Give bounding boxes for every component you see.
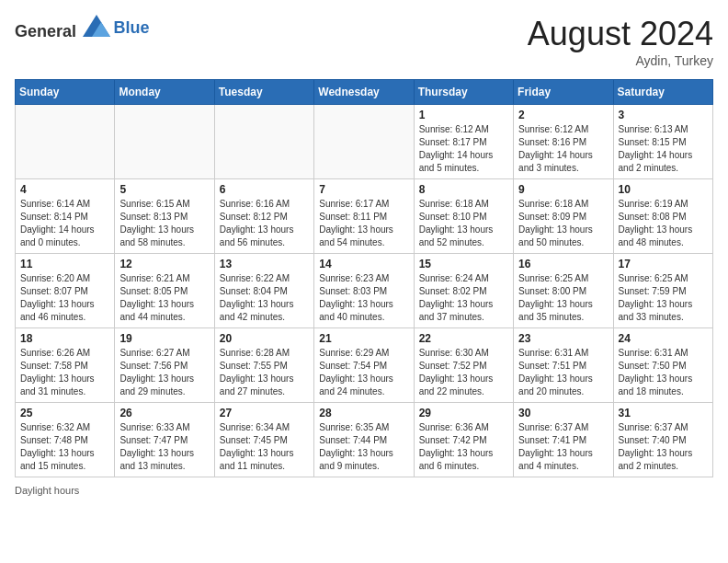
day-info: Sunrise: 6:16 AM Sunset: 8:12 PM Dayligh…	[220, 198, 309, 249]
day-number: 29	[419, 407, 508, 419]
table-row: 16Sunrise: 6:25 AM Sunset: 8:00 PM Dayli…	[514, 254, 613, 328]
table-row: 13Sunrise: 6:22 AM Sunset: 8:04 PM Dayli…	[214, 254, 313, 328]
day-info: Sunrise: 6:15 AM Sunset: 8:13 PM Dayligh…	[119, 198, 209, 249]
day-info: Sunrise: 6:33 AM Sunset: 7:47 PM Dayligh…	[119, 421, 209, 473]
day-number: 10	[619, 183, 708, 196]
table-row: 26Sunrise: 6:33 AM Sunset: 7:47 PM Dayli…	[115, 403, 214, 477]
day-number: 25	[20, 407, 109, 419]
day-info: Sunrise: 6:22 AM Sunset: 8:04 PM Dayligh…	[220, 272, 309, 324]
header-tuesday: Tuesday	[214, 80, 313, 105]
day-number: 28	[319, 407, 408, 419]
calendar-week-row: 18Sunrise: 6:26 AM Sunset: 7:58 PM Dayli…	[16, 328, 713, 403]
table-row: 6Sunrise: 6:16 AM Sunset: 8:12 PM Daylig…	[214, 179, 313, 254]
day-number: 18	[20, 332, 109, 345]
calendar-week-row: 1Sunrise: 6:12 AM Sunset: 8:17 PM Daylig…	[16, 105, 713, 179]
day-info: Sunrise: 6:19 AM Sunset: 8:08 PM Dayligh…	[619, 198, 708, 249]
day-info: Sunrise: 6:29 AM Sunset: 7:54 PM Dayligh…	[319, 347, 408, 398]
table-row: 15Sunrise: 6:24 AM Sunset: 8:02 PM Dayli…	[414, 254, 513, 328]
table-row: 17Sunrise: 6:25 AM Sunset: 7:59 PM Dayli…	[613, 254, 712, 328]
table-row: 1Sunrise: 6:12 AM Sunset: 8:17 PM Daylig…	[414, 105, 513, 179]
table-row: 7Sunrise: 6:17 AM Sunset: 8:11 PM Daylig…	[314, 179, 414, 254]
day-info: Sunrise: 6:30 AM Sunset: 7:52 PM Dayligh…	[419, 347, 508, 398]
daylight-label: Daylight hours	[15, 485, 79, 496]
day-number: 1	[419, 109, 508, 121]
table-row: 19Sunrise: 6:27 AM Sunset: 7:56 PM Dayli…	[115, 328, 214, 403]
day-info: Sunrise: 6:31 AM Sunset: 7:51 PM Dayligh…	[518, 347, 608, 398]
day-number: 17	[619, 258, 708, 270]
table-row: 14Sunrise: 6:23 AM Sunset: 8:03 PM Dayli…	[314, 254, 414, 328]
day-number: 16	[518, 258, 608, 270]
logo-general: General	[15, 22, 76, 40]
day-number: 24	[619, 332, 708, 345]
table-row: 2Sunrise: 6:12 AM Sunset: 8:16 PM Daylig…	[514, 105, 613, 179]
table-row: 3Sunrise: 6:13 AM Sunset: 8:15 PM Daylig…	[613, 105, 712, 179]
table-row: 18Sunrise: 6:26 AM Sunset: 7:58 PM Dayli…	[16, 328, 115, 403]
table-row: 28Sunrise: 6:35 AM Sunset: 7:44 PM Dayli…	[314, 403, 414, 477]
table-row: 21Sunrise: 6:29 AM Sunset: 7:54 PM Dayli…	[314, 328, 414, 403]
day-info: Sunrise: 6:37 AM Sunset: 7:41 PM Dayligh…	[518, 421, 608, 473]
footer: Daylight hours	[15, 485, 713, 496]
table-row	[214, 105, 313, 179]
day-info: Sunrise: 6:18 AM Sunset: 8:10 PM Dayligh…	[419, 198, 508, 249]
day-info: Sunrise: 6:28 AM Sunset: 7:55 PM Dayligh…	[220, 347, 309, 398]
day-info: Sunrise: 6:18 AM Sunset: 8:09 PM Dayligh…	[518, 198, 608, 249]
day-number: 14	[319, 258, 408, 270]
header-friday: Friday	[514, 80, 613, 105]
logo-blue: Blue	[114, 18, 150, 37]
day-info: Sunrise: 6:23 AM Sunset: 8:03 PM Dayligh…	[319, 272, 408, 324]
table-row: 11Sunrise: 6:20 AM Sunset: 8:07 PM Dayli…	[16, 254, 115, 328]
calendar-header-row: Sunday Monday Tuesday Wednesday Thursday…	[16, 80, 713, 105]
day-info: Sunrise: 6:35 AM Sunset: 7:44 PM Dayligh…	[319, 421, 408, 473]
calendar-week-row: 25Sunrise: 6:32 AM Sunset: 7:48 PM Dayli…	[16, 403, 713, 477]
title-block: August 2024 Aydin, Turkey	[528, 15, 713, 68]
day-info: Sunrise: 6:25 AM Sunset: 7:59 PM Dayligh…	[619, 272, 708, 324]
day-info: Sunrise: 6:36 AM Sunset: 7:42 PM Dayligh…	[419, 421, 508, 473]
table-row: 24Sunrise: 6:31 AM Sunset: 7:50 PM Dayli…	[613, 328, 712, 403]
table-row: 29Sunrise: 6:36 AM Sunset: 7:42 PM Dayli…	[414, 403, 513, 477]
day-number: 30	[518, 407, 608, 419]
day-number: 12	[119, 258, 209, 270]
day-number: 15	[419, 258, 508, 270]
table-row: 23Sunrise: 6:31 AM Sunset: 7:51 PM Dayli…	[514, 328, 613, 403]
day-info: Sunrise: 6:32 AM Sunset: 7:48 PM Dayligh…	[20, 421, 109, 473]
table-row: 5Sunrise: 6:15 AM Sunset: 8:13 PM Daylig…	[115, 179, 214, 254]
month-year: August 2024	[528, 15, 713, 53]
header-wednesday: Wednesday	[314, 80, 414, 105]
table-row: 20Sunrise: 6:28 AM Sunset: 7:55 PM Dayli…	[214, 328, 313, 403]
day-number: 26	[119, 407, 209, 419]
table-row: 8Sunrise: 6:18 AM Sunset: 8:10 PM Daylig…	[414, 179, 513, 254]
day-info: Sunrise: 6:27 AM Sunset: 7:56 PM Dayligh…	[119, 347, 209, 398]
table-row: 25Sunrise: 6:32 AM Sunset: 7:48 PM Dayli…	[16, 403, 115, 477]
day-number: 27	[220, 407, 309, 419]
day-info: Sunrise: 6:26 AM Sunset: 7:58 PM Dayligh…	[20, 347, 109, 398]
day-number: 2	[518, 109, 608, 121]
page-header: General Blue August 2024 Aydin, Turkey	[15, 15, 713, 68]
day-number: 19	[119, 332, 209, 345]
table-row	[115, 105, 214, 179]
day-number: 13	[220, 258, 309, 270]
day-number: 31	[619, 407, 708, 419]
day-info: Sunrise: 6:13 AM Sunset: 8:15 PM Dayligh…	[619, 123, 708, 175]
table-row: 10Sunrise: 6:19 AM Sunset: 8:08 PM Dayli…	[613, 179, 712, 254]
table-row: 12Sunrise: 6:21 AM Sunset: 8:05 PM Dayli…	[115, 254, 214, 328]
header-sunday: Sunday	[16, 80, 115, 105]
logo-icon	[83, 15, 110, 37]
table-row	[314, 105, 414, 179]
calendar-table: Sunday Monday Tuesday Wednesday Thursday…	[15, 79, 713, 477]
table-row: 30Sunrise: 6:37 AM Sunset: 7:41 PM Dayli…	[514, 403, 613, 477]
table-row: 27Sunrise: 6:34 AM Sunset: 7:45 PM Dayli…	[214, 403, 313, 477]
header-monday: Monday	[115, 80, 214, 105]
day-info: Sunrise: 6:37 AM Sunset: 7:40 PM Dayligh…	[619, 421, 708, 473]
day-info: Sunrise: 6:12 AM Sunset: 8:16 PM Dayligh…	[518, 123, 608, 175]
day-info: Sunrise: 6:34 AM Sunset: 7:45 PM Dayligh…	[220, 421, 309, 473]
day-number: 23	[518, 332, 608, 345]
day-number: 21	[319, 332, 408, 345]
calendar-week-row: 11Sunrise: 6:20 AM Sunset: 8:07 PM Dayli…	[16, 254, 713, 328]
day-number: 11	[20, 258, 109, 270]
day-number: 4	[20, 183, 109, 196]
day-info: Sunrise: 6:31 AM Sunset: 7:50 PM Dayligh…	[619, 347, 708, 398]
day-info: Sunrise: 6:21 AM Sunset: 8:05 PM Dayligh…	[119, 272, 209, 324]
header-thursday: Thursday	[414, 80, 513, 105]
day-number: 8	[419, 183, 508, 196]
day-number: 20	[220, 332, 309, 345]
